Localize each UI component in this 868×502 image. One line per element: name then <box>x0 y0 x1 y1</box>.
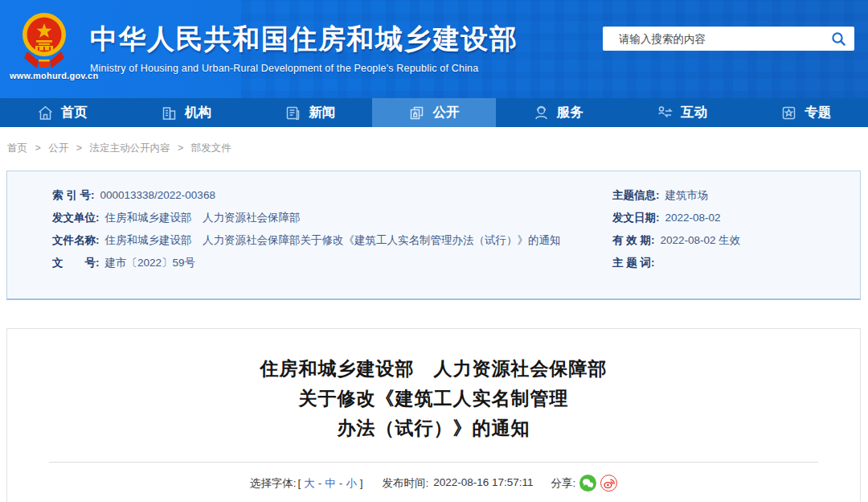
nav-item-service[interactable]: 服务 <box>496 98 620 127</box>
bracket-open: [ <box>297 477 301 489</box>
nav-item-label: 公开 <box>432 104 459 121</box>
wechat-share-button[interactable] <box>579 475 596 492</box>
font-selector-label: 选择字体: <box>250 476 297 491</box>
search-icon <box>831 31 846 47</box>
meta-value: 建筑市场 <box>665 189 709 201</box>
publish-time-block: 发布时间: 2022-08-16 17:57:11 <box>382 476 533 491</box>
news-icon <box>285 105 301 121</box>
site-title-block: 中华人民共和国住房和城乡建设部 Ministry of Housing and … <box>90 21 518 74</box>
meta-row-index-number: 索 引 号: 000013338/2022-00368 <box>52 189 566 201</box>
article-title-line: 关于修改《建筑工人实名制管理 <box>7 384 860 414</box>
topic-icon <box>780 105 797 121</box>
font-size-small-button[interactable]: 小 <box>346 476 357 491</box>
font-size-medium-button[interactable]: 中 <box>325 476 336 491</box>
meta-value: 2022-08-02 生效 <box>661 234 741 246</box>
breadcrumb-item-home[interactable]: 首页 <box>7 142 27 154</box>
meta-label: 发文单位: <box>52 212 100 224</box>
breadcrumb-item-disclosure[interactable]: 公开 <box>48 142 68 154</box>
main-nav: 首页 机构 新闻 <box>0 98 868 127</box>
site-url: www.mohurd.gov.cn <box>10 71 98 80</box>
meta-label: 主题信息: <box>612 189 660 201</box>
site-title-cn: 中华人民共和国住房和城乡建设部 <box>90 21 518 58</box>
font-size-separator: - <box>339 477 343 489</box>
meta-value: 住房和城乡建设部 人力资源社会保障部 <box>105 212 301 224</box>
nav-item-label: 服务 <box>557 104 583 121</box>
home-icon <box>37 105 54 121</box>
meta-value: 000013338/2022-00368 <box>100 189 215 201</box>
font-size-separator: - <box>318 477 322 489</box>
meta-value: 建市〔2022〕59号 <box>105 257 196 269</box>
meta-row-document-name: 文件名称: 住房和城乡建设部 人力资源社会保障部关于修改《建筑工人实名制管理办法… <box>52 234 566 246</box>
doc-meta-right-column: 主题信息: 建筑市场 发文日期: 2022-08-02 有 效 期: 2022-… <box>566 189 860 298</box>
article-title: 住房和城乡建设部 人力资源社会保障部 关于修改《建筑工人实名制管理 办法（试行）… <box>7 354 860 443</box>
nav-item-label: 首页 <box>61 104 88 121</box>
nav-item-label: 专题 <box>805 104 831 121</box>
nav-item-label: 机构 <box>185 104 211 121</box>
page: www.mohurd.gov.cn 中华人民共和国住房和城乡建设部 Minist… <box>0 0 868 502</box>
nav-item-disclosure[interactable]: 公开 <box>372 98 496 127</box>
breadcrumb-separator: > <box>76 142 82 154</box>
meta-label: 主 题 词: <box>612 257 655 269</box>
breadcrumb-separator: > <box>178 142 183 154</box>
nav-item-label: 新闻 <box>309 104 335 121</box>
nav-item-topic[interactable]: 专题 <box>744 98 868 127</box>
search-input[interactable] <box>603 33 822 45</box>
meta-row-issue-date: 发文日期: 2022-08-02 <box>612 212 860 224</box>
meta-row-keywords: 主 题 词: <box>612 257 860 269</box>
disclosure-icon <box>408 105 425 121</box>
meta-value: 2022-08-02 <box>665 212 721 224</box>
nav-item-label: 互动 <box>681 104 707 121</box>
site-title-en: Ministry of Housing and Urban-Rural Deve… <box>90 63 518 74</box>
font-size-large-button[interactable]: 大 <box>304 476 315 491</box>
organization-icon <box>161 105 178 121</box>
search-button[interactable] <box>822 27 854 51</box>
breadcrumb-item-documents[interactable]: 部发文件 <box>191 142 231 154</box>
service-icon <box>533 105 550 121</box>
breadcrumb: 首页 > 公开 > 法定主动公开内容 > 部发文件 <box>7 142 231 155</box>
meta-row-issuing-unit: 发文单位: 住房和城乡建设部 人力资源社会保障部 <box>52 212 566 224</box>
share-label: 分享: <box>551 476 576 491</box>
search-box <box>603 27 854 51</box>
weibo-share-button[interactable] <box>600 475 617 492</box>
weibo-icon <box>603 477 616 490</box>
nav-item-organization[interactable]: 机构 <box>124 98 248 127</box>
meta-label: 索 引 号: <box>52 189 95 201</box>
nav-item-home[interactable]: 首页 <box>0 98 124 127</box>
meta-label: 文 号: <box>52 257 100 269</box>
share-block: 分享: <box>551 475 618 492</box>
bracket-close: ] <box>360 477 363 489</box>
title-divider <box>49 462 818 463</box>
breadcrumb-separator: > <box>35 142 40 154</box>
font-size-selector: 选择字体: [ 大 - 中 - 小 ] <box>250 476 365 491</box>
meta-label: 有 效 期: <box>612 234 655 246</box>
meta-row-document-number: 文 号: 建市〔2022〕59号 <box>52 257 566 269</box>
site-header: www.mohurd.gov.cn 中华人民共和国住房和城乡建设部 Minist… <box>0 0 868 98</box>
nav-item-interact[interactable]: 互动 <box>620 98 743 127</box>
article-meta-row: 选择字体: [ 大 - 中 - 小 ] 发布时间: 2022-08-16 17:… <box>7 475 860 492</box>
publish-time-value: 2022-08-16 17:57:11 <box>433 476 533 491</box>
meta-row-effective-date: 有 效 期: 2022-08-02 生效 <box>612 234 860 246</box>
doc-meta-box: 索 引 号: 000013338/2022-00368 发文单位: 住房和城乡建… <box>6 171 861 300</box>
nav-item-news[interactable]: 新闻 <box>248 98 372 127</box>
meta-label: 文件名称: <box>52 234 100 246</box>
meta-value: 住房和城乡建设部 人力资源社会保障部关于修改《建筑工人实名制管理办法（试行）》的… <box>105 234 561 246</box>
national-emblem-icon <box>21 11 68 71</box>
interact-icon <box>657 105 674 121</box>
doc-meta-left-column: 索 引 号: 000013338/2022-00368 发文单位: 住房和城乡建… <box>7 189 566 298</box>
wechat-icon <box>582 478 594 488</box>
article-title-line: 办法（试行）》的通知 <box>7 414 860 443</box>
article-title-line: 住房和城乡建设部 人力资源社会保障部 <box>7 354 860 384</box>
meta-label: 发文日期: <box>612 212 660 224</box>
article-box: 住房和城乡建设部 人力资源社会保障部 关于修改《建筑工人实名制管理 办法（试行）… <box>6 328 861 502</box>
meta-row-topic-info: 主题信息: 建筑市场 <box>612 189 860 201</box>
publish-time-label: 发布时间: <box>382 476 428 491</box>
breadcrumb-item-statutory[interactable]: 法定主动公开内容 <box>90 142 170 154</box>
